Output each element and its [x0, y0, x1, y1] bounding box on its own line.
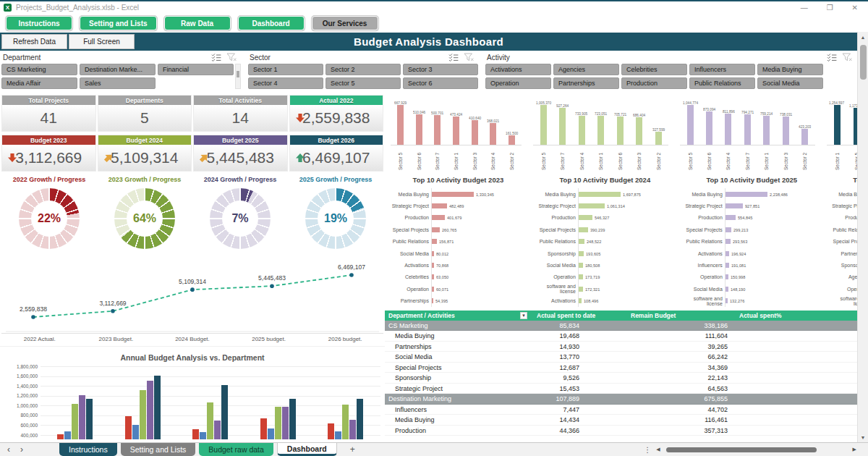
vertical-scrollbar-thumb[interactable]: [860, 45, 867, 80]
sector-chart-plot: 1,005,370927,264733,905723,051705,721686…: [533, 96, 668, 145]
sector-bar-column: 723,051: [592, 96, 610, 145]
clear-filter-icon[interactable]: [842, 53, 852, 62]
top10-bar-value: 80,012: [436, 251, 448, 256]
nav-button-our-services[interactable]: Our Services: [312, 16, 378, 30]
full-screen-button[interactable]: Full Screen: [69, 34, 135, 49]
table-row[interactable]: Partnerships14,93039,26528%: [385, 342, 868, 352]
multiselect-icon[interactable]: [827, 54, 837, 62]
sector-bar-column: 927,264: [554, 96, 571, 145]
slicer-item-sector-2[interactable]: Sector 2: [326, 64, 401, 75]
sector-bar-column: 1,005,370: [535, 96, 552, 145]
top10-bar: [726, 239, 731, 244]
table-row[interactable]: Media Buying14,434116,46111%: [385, 415, 868, 426]
table-row[interactable]: Media Buying19,468111,60415%: [385, 331, 868, 342]
slicer-item-celebrities[interactable]: Celebrities: [621, 64, 687, 75]
top10-bar-value: 299,213: [733, 228, 748, 232]
sector-bar: [434, 115, 441, 145]
slicer-scrollbar[interactable]: [235, 64, 241, 89]
horizontal-scrollbar-track[interactable]: [666, 447, 847, 453]
tab-scroll-splitter[interactable]: ⋮: [644, 446, 650, 454]
nav-button-setting-and-lists[interactable]: Setting and Lists: [80, 16, 157, 30]
top10-bar-value: 172,321: [585, 287, 600, 292]
slicer-item-cs-marketing[interactable]: CS Marketing: [1, 64, 77, 75]
slicer-item-sector-1[interactable]: Sector 1: [248, 64, 323, 75]
sheet-tab-dashboard[interactable]: Dashboard: [277, 443, 337, 456]
slicer-item-activations[interactable]: Activations: [485, 64, 551, 75]
horizontal-scrollbar-thumb[interactable]: [666, 447, 817, 452]
table-row[interactable]: Social Media13,77066,24217%: [385, 352, 868, 363]
multiselect-icon[interactable]: [211, 54, 221, 62]
scroll-right-icon[interactable]: ▶: [853, 447, 856, 452]
sector-bar-value: 667,929: [394, 101, 407, 105]
table-row[interactable]: Production44,366357,31311%: [385, 426, 868, 436]
slicer-item-sector-6[interactable]: Sector 6: [403, 77, 478, 89]
close-icon[interactable]: ✕: [852, 4, 858, 12]
table-row[interactable]: Sponsorship9,52622,14330%: [385, 373, 868, 384]
table-row[interactable]: Strategic Project15,45364,56319%: [385, 384, 868, 394]
multiselect-icon[interactable]: [448, 54, 459, 62]
clear-filter-icon[interactable]: [226, 53, 237, 62]
slicer-item-sales[interactable]: Sales: [80, 77, 156, 89]
refresh-data-button[interactable]: Refresh Data: [1, 34, 67, 49]
slicer-item-financial[interactable]: Financial: [158, 64, 234, 75]
sheet-tab-instructions[interactable]: Instructions: [59, 443, 117, 456]
slicer-item-sector-4[interactable]: Sector 4: [248, 77, 323, 89]
filter-dropdown-icon[interactable]: ▼: [520, 312, 527, 319]
top10-activity-charts: Top 10 Activity Budget 2023Media Buying1…: [385, 172, 868, 307]
growth-percentage: 7%: [222, 200, 258, 237]
slicer-item-destination-marke[interactable]: Destination Marke...: [80, 64, 156, 75]
slicer-item-influencers[interactable]: Influencers: [689, 64, 755, 75]
slicer-item-operation[interactable]: Operation: [485, 77, 551, 89]
horizontal-scrollbar[interactable]: ⋮ ◀ ▶: [644, 446, 868, 454]
table-group-row[interactable]: Destination Marketing107,889675,85514%: [385, 394, 868, 405]
nav-button-dashboard[interactable]: Dashboard: [238, 16, 305, 30]
clear-filter-icon[interactable]: [464, 53, 474, 62]
vertical-scrollbar[interactable]: ▲ ▼: [857, 32, 868, 442]
sector-bar-value: 327,599: [652, 128, 665, 132]
table-row[interactable]: Special Projects12,68734,36927%: [385, 363, 868, 373]
row-spent-pct: 14%: [733, 395, 868, 402]
scroll-up-icon[interactable]: ▲: [861, 32, 866, 42]
slicer-item-social-media[interactable]: Social Media: [757, 77, 823, 89]
slicer-item-production[interactable]: Production: [621, 77, 687, 89]
annual-gridline: [41, 396, 380, 397]
annual-bar-series-blue: [268, 428, 274, 439]
title-bar: X Projects_Budget_Analysis.xlsb - Excel …: [0, 1, 868, 14]
scroll-left-icon[interactable]: ◀: [656, 447, 660, 452]
sheet-next-icon[interactable]: ›: [20, 444, 23, 455]
top10-bar-value: 248,522: [587, 240, 601, 244]
row-name: Destination Marketing: [385, 395, 533, 402]
table-row[interactable]: Influencers7,44744,70214%: [385, 405, 868, 415]
top10-activity-label: Celebrities: [388, 274, 431, 279]
nav-button-instructions[interactable]: Instructions: [6, 16, 72, 30]
slicer-item-agencies[interactable]: Agencies: [553, 64, 619, 75]
slicer-item-public-relations[interactable]: Public Relations: [689, 77, 755, 89]
slicer-scrollbar-thumb[interactable]: [237, 71, 239, 77]
slicer-item-media-buying[interactable]: Media Buying: [757, 64, 823, 75]
top10-row: Strategic Project927,851: [681, 200, 822, 211]
nav-button-raw-data[interactable]: Raw Data: [164, 16, 231, 30]
row-name: Special Projects: [385, 364, 533, 371]
add-sheet-icon[interactable]: +: [350, 444, 355, 455]
top10-row: Operation150,998: [681, 271, 822, 283]
sector-bar-value: 161,500: [506, 132, 518, 135]
slicer-item-media-affair[interactable]: Media Affair: [1, 77, 77, 89]
sheet-tab-setting-and-lists[interactable]: Setting and Lists: [121, 443, 196, 456]
sheet-tab-budget-raw-data[interactable]: Budget raw data: [199, 443, 273, 456]
slicer-item-sector-3[interactable]: Sector 3: [403, 64, 478, 75]
table-header-row: Department / Activities▼Actual spent to …: [385, 311, 868, 321]
scroll-down-icon[interactable]: ▼: [861, 432, 866, 442]
table-group-row[interactable]: CS Marketing85,834338,18620%: [385, 321, 868, 332]
top10-bar: [432, 251, 434, 256]
top10-chart-2024: Top 10 Activity Budget 2024Media Buying1…: [532, 176, 678, 307]
top10-activity-label: Operation: [535, 274, 578, 279]
sheet-prev-icon[interactable]: ‹: [7, 444, 10, 455]
restore-icon[interactable]: ❐: [827, 4, 833, 12]
slicer-item-sector-5[interactable]: Sector 5: [326, 77, 401, 89]
slicer-item-partnerships[interactable]: Partnerships: [553, 77, 619, 89]
minimize-icon[interactable]: —: [801, 4, 808, 12]
sector-x-label: Sector 2: [650, 146, 667, 170]
sector-x-labels: Sector 5Sector 6Sector 7Sector 1Sector 3…: [391, 145, 522, 170]
top10-row: Media Buying1,697,875: [535, 188, 676, 200]
top10-row: Celebrities63,050: [388, 271, 529, 283]
